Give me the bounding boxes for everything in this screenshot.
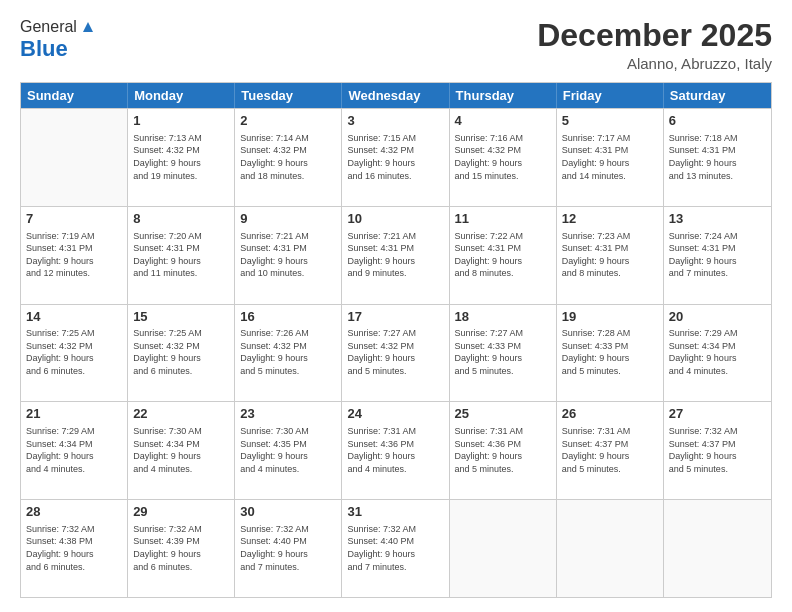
calendar-cell: 17Sunrise: 7:27 AM Sunset: 4:32 PM Dayli… <box>342 305 449 402</box>
day-number: 3 <box>347 112 443 130</box>
cell-info: Sunrise: 7:32 AM Sunset: 4:39 PM Dayligh… <box>133 523 229 573</box>
calendar-cell: 10Sunrise: 7:21 AM Sunset: 4:31 PM Dayli… <box>342 207 449 304</box>
calendar-cell: 30Sunrise: 7:32 AM Sunset: 4:40 PM Dayli… <box>235 500 342 597</box>
calendar-cell: 5Sunrise: 7:17 AM Sunset: 4:31 PM Daylig… <box>557 109 664 206</box>
cell-info: Sunrise: 7:21 AM Sunset: 4:31 PM Dayligh… <box>347 230 443 280</box>
day-number: 14 <box>26 308 122 326</box>
day-number: 8 <box>133 210 229 228</box>
cell-info: Sunrise: 7:19 AM Sunset: 4:31 PM Dayligh… <box>26 230 122 280</box>
calendar-cell: 6Sunrise: 7:18 AM Sunset: 4:31 PM Daylig… <box>664 109 771 206</box>
day-number: 22 <box>133 405 229 423</box>
cell-info: Sunrise: 7:29 AM Sunset: 4:34 PM Dayligh… <box>669 327 766 377</box>
calendar-cell: 28Sunrise: 7:32 AM Sunset: 4:38 PM Dayli… <box>21 500 128 597</box>
day-number: 9 <box>240 210 336 228</box>
day-number: 19 <box>562 308 658 326</box>
day-number: 28 <box>26 503 122 521</box>
calendar-cell: 23Sunrise: 7:30 AM Sunset: 4:35 PM Dayli… <box>235 402 342 499</box>
calendar-cell: 11Sunrise: 7:22 AM Sunset: 4:31 PM Dayli… <box>450 207 557 304</box>
cell-info: Sunrise: 7:25 AM Sunset: 4:32 PM Dayligh… <box>133 327 229 377</box>
calendar-cell: 12Sunrise: 7:23 AM Sunset: 4:31 PM Dayli… <box>557 207 664 304</box>
calendar: SundayMondayTuesdayWednesdayThursdayFrid… <box>20 82 772 598</box>
logo-icon <box>79 18 97 36</box>
calendar-cell: 3Sunrise: 7:15 AM Sunset: 4:32 PM Daylig… <box>342 109 449 206</box>
calendar-row-4: 28Sunrise: 7:32 AM Sunset: 4:38 PM Dayli… <box>21 499 771 597</box>
cell-info: Sunrise: 7:31 AM Sunset: 4:36 PM Dayligh… <box>455 425 551 475</box>
header-day-tuesday: Tuesday <box>235 83 342 108</box>
calendar-cell: 31Sunrise: 7:32 AM Sunset: 4:40 PM Dayli… <box>342 500 449 597</box>
calendar-cell: 18Sunrise: 7:27 AM Sunset: 4:33 PM Dayli… <box>450 305 557 402</box>
day-number: 5 <box>562 112 658 130</box>
cell-info: Sunrise: 7:13 AM Sunset: 4:32 PM Dayligh… <box>133 132 229 182</box>
calendar-row-1: 7Sunrise: 7:19 AM Sunset: 4:31 PM Daylig… <box>21 206 771 304</box>
page: General Blue December 2025 Alanno, Abruz… <box>0 0 792 612</box>
calendar-body: 1Sunrise: 7:13 AM Sunset: 4:32 PM Daylig… <box>21 108 771 597</box>
location-text: Alanno, Abruzzo, Italy <box>537 55 772 72</box>
cell-info: Sunrise: 7:32 AM Sunset: 4:40 PM Dayligh… <box>240 523 336 573</box>
calendar-cell: 1Sunrise: 7:13 AM Sunset: 4:32 PM Daylig… <box>128 109 235 206</box>
calendar-cell <box>664 500 771 597</box>
title-block: December 2025 Alanno, Abruzzo, Italy <box>537 18 772 72</box>
calendar-cell: 24Sunrise: 7:31 AM Sunset: 4:36 PM Dayli… <box>342 402 449 499</box>
day-number: 24 <box>347 405 443 423</box>
logo-blue-text: Blue <box>20 36 68 62</box>
cell-info: Sunrise: 7:31 AM Sunset: 4:36 PM Dayligh… <box>347 425 443 475</box>
cell-info: Sunrise: 7:29 AM Sunset: 4:34 PM Dayligh… <box>26 425 122 475</box>
day-number: 16 <box>240 308 336 326</box>
calendar-cell: 27Sunrise: 7:32 AM Sunset: 4:37 PM Dayli… <box>664 402 771 499</box>
calendar-cell <box>557 500 664 597</box>
header-day-thursday: Thursday <box>450 83 557 108</box>
logo: General Blue <box>20 18 97 62</box>
cell-info: Sunrise: 7:18 AM Sunset: 4:31 PM Dayligh… <box>669 132 766 182</box>
header-day-friday: Friday <box>557 83 664 108</box>
day-number: 21 <box>26 405 122 423</box>
calendar-cell <box>450 500 557 597</box>
calendar-row-3: 21Sunrise: 7:29 AM Sunset: 4:34 PM Dayli… <box>21 401 771 499</box>
calendar-cell: 21Sunrise: 7:29 AM Sunset: 4:34 PM Dayli… <box>21 402 128 499</box>
cell-info: Sunrise: 7:27 AM Sunset: 4:32 PM Dayligh… <box>347 327 443 377</box>
cell-info: Sunrise: 7:22 AM Sunset: 4:31 PM Dayligh… <box>455 230 551 280</box>
calendar-cell: 20Sunrise: 7:29 AM Sunset: 4:34 PM Dayli… <box>664 305 771 402</box>
cell-info: Sunrise: 7:15 AM Sunset: 4:32 PM Dayligh… <box>347 132 443 182</box>
cell-info: Sunrise: 7:31 AM Sunset: 4:37 PM Dayligh… <box>562 425 658 475</box>
day-number: 26 <box>562 405 658 423</box>
day-number: 31 <box>347 503 443 521</box>
day-number: 2 <box>240 112 336 130</box>
calendar-cell: 4Sunrise: 7:16 AM Sunset: 4:32 PM Daylig… <box>450 109 557 206</box>
calendar-cell: 26Sunrise: 7:31 AM Sunset: 4:37 PM Dayli… <box>557 402 664 499</box>
calendar-cell: 29Sunrise: 7:32 AM Sunset: 4:39 PM Dayli… <box>128 500 235 597</box>
day-number: 18 <box>455 308 551 326</box>
day-number: 1 <box>133 112 229 130</box>
day-number: 13 <box>669 210 766 228</box>
calendar-cell: 14Sunrise: 7:25 AM Sunset: 4:32 PM Dayli… <box>21 305 128 402</box>
day-number: 25 <box>455 405 551 423</box>
day-number: 6 <box>669 112 766 130</box>
cell-info: Sunrise: 7:17 AM Sunset: 4:31 PM Dayligh… <box>562 132 658 182</box>
day-number: 11 <box>455 210 551 228</box>
calendar-cell: 13Sunrise: 7:24 AM Sunset: 4:31 PM Dayli… <box>664 207 771 304</box>
day-number: 23 <box>240 405 336 423</box>
month-title: December 2025 <box>537 18 772 53</box>
header-day-wednesday: Wednesday <box>342 83 449 108</box>
header-day-monday: Monday <box>128 83 235 108</box>
calendar-cell: 19Sunrise: 7:28 AM Sunset: 4:33 PM Dayli… <box>557 305 664 402</box>
cell-info: Sunrise: 7:32 AM Sunset: 4:37 PM Dayligh… <box>669 425 766 475</box>
day-number: 4 <box>455 112 551 130</box>
logo-general-text: General <box>20 18 77 36</box>
calendar-cell: 16Sunrise: 7:26 AM Sunset: 4:32 PM Dayli… <box>235 305 342 402</box>
day-number: 30 <box>240 503 336 521</box>
calendar-cell: 9Sunrise: 7:21 AM Sunset: 4:31 PM Daylig… <box>235 207 342 304</box>
day-number: 12 <box>562 210 658 228</box>
calendar-cell: 8Sunrise: 7:20 AM Sunset: 4:31 PM Daylig… <box>128 207 235 304</box>
cell-info: Sunrise: 7:27 AM Sunset: 4:33 PM Dayligh… <box>455 327 551 377</box>
cell-info: Sunrise: 7:32 AM Sunset: 4:38 PM Dayligh… <box>26 523 122 573</box>
header: General Blue December 2025 Alanno, Abruz… <box>20 18 772 72</box>
calendar-row-2: 14Sunrise: 7:25 AM Sunset: 4:32 PM Dayli… <box>21 304 771 402</box>
cell-info: Sunrise: 7:26 AM Sunset: 4:32 PM Dayligh… <box>240 327 336 377</box>
calendar-cell: 22Sunrise: 7:30 AM Sunset: 4:34 PM Dayli… <box>128 402 235 499</box>
header-day-saturday: Saturday <box>664 83 771 108</box>
calendar-cell: 7Sunrise: 7:19 AM Sunset: 4:31 PM Daylig… <box>21 207 128 304</box>
cell-info: Sunrise: 7:14 AM Sunset: 4:32 PM Dayligh… <box>240 132 336 182</box>
cell-info: Sunrise: 7:20 AM Sunset: 4:31 PM Dayligh… <box>133 230 229 280</box>
day-number: 10 <box>347 210 443 228</box>
cell-info: Sunrise: 7:32 AM Sunset: 4:40 PM Dayligh… <box>347 523 443 573</box>
